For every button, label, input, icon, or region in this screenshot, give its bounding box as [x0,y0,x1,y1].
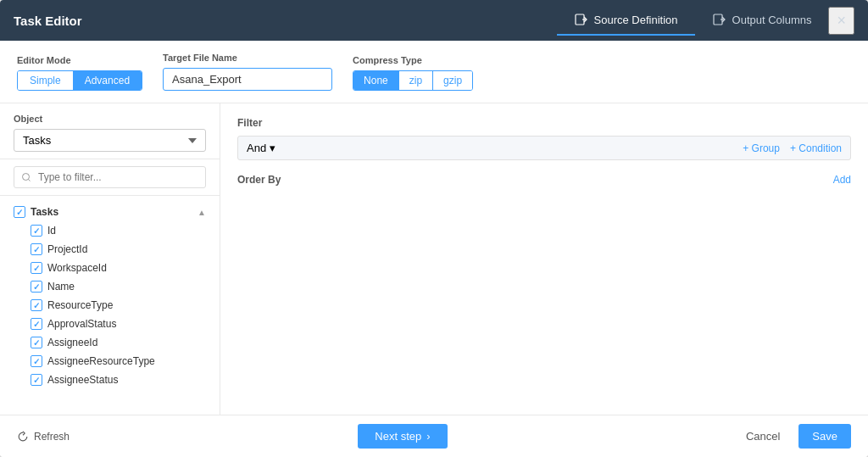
body: Object Tasks Tasks ▲ Id [0,103,868,415]
add-order-button[interactable]: Add [833,174,851,186]
field-item-assigneeid[interactable]: AssigneeId [0,333,220,352]
projectid-checkbox[interactable] [31,243,42,255]
mode-buttons: Simple Advanced [17,70,142,91]
filter-actions: + Group + Condition [743,142,842,154]
refresh-label: Refresh [34,431,70,443]
assigneestatus-checkbox[interactable] [31,374,42,386]
order-header: Order By Add [237,174,851,186]
compress-type-label: Compress Type [353,55,473,65]
tasks-label: Tasks [31,206,58,218]
source-definition-icon [574,12,589,27]
compress-buttons: None zip gzip [353,70,473,91]
assigneestatus-label: AssigneeStatus [47,374,118,386]
filter-label: Filter [237,117,851,129]
refresh-icon [17,431,29,443]
add-group-button[interactable]: + Group [743,142,780,154]
tab-source-definition[interactable]: Source Definition [557,5,695,36]
field-item-resourcetype[interactable]: ResourceType [0,296,220,315]
simple-mode-button[interactable]: Simple [18,71,73,90]
approvalstatus-checkbox[interactable] [31,318,42,330]
field-item-assigneeresourcetype[interactable]: AssigneeResourceType [0,352,220,371]
footer-center: Next step › [70,424,736,449]
field-item-assigneestatus[interactable]: AssigneeStatus [0,371,220,389]
target-file-input[interactable] [163,68,332,91]
object-label: Object [14,114,206,124]
tab-output-columns[interactable]: Output Columns [695,5,829,36]
compress-zip-button[interactable]: zip [399,71,433,90]
field-search-input[interactable] [14,166,206,188]
field-item-projectid[interactable]: ProjectId [0,240,220,259]
filter-row: And ▾ + Group + Condition [237,136,851,160]
field-item-name[interactable]: Name [0,277,220,296]
workspaceid-label: WorkspaceId [47,262,107,274]
editor-mode-label: Editor Mode [17,55,142,65]
output-columns-icon [712,12,727,27]
order-by-label: Order By [237,174,281,186]
tab-output-label: Output Columns [732,14,812,26]
field-item-workspaceid[interactable]: WorkspaceId [0,259,220,277]
next-step-label: Next step [375,430,421,443]
filter-operator-value: And [247,142,266,154]
tab-source-label: Source Definition [594,14,678,26]
editor-mode-group: Editor Mode Simple Advanced [17,55,142,91]
save-button[interactable]: Save [798,424,851,449]
tasks-checkbox[interactable] [14,206,25,218]
id-checkbox[interactable] [31,225,42,237]
id-label: Id [47,225,56,237]
cancel-button[interactable]: Cancel [736,424,790,449]
field-item-approvalstatus[interactable]: ApprovalStatus [0,315,220,333]
field-item-tasks[interactable]: Tasks ▲ [0,203,220,221]
footer: Refresh Next step › Cancel Save [0,415,868,457]
object-section: Object Tasks [0,103,220,159]
next-step-button[interactable]: Next step › [358,424,447,449]
filter-section: Filter And ▾ + Group + Condition [237,117,851,160]
target-file-label: Target File Name [163,53,332,63]
name-checkbox[interactable] [31,281,42,293]
tasks-expand-icon: ▲ [198,208,206,217]
resourcetype-checkbox[interactable] [31,299,42,311]
target-file-group: Target File Name [163,53,332,91]
compress-gzip-button[interactable]: gzip [433,71,472,90]
assigneeid-checkbox[interactable] [31,337,42,348]
assigneeresourcetype-label: AssigneeResourceType [47,355,155,367]
left-panel: Object Tasks Tasks ▲ Id [0,103,220,415]
field-item-id[interactable]: Id [0,221,220,240]
assigneeresourcetype-checkbox[interactable] [31,355,42,367]
right-panel: Filter And ▾ + Group + Condition Order B… [220,103,868,415]
assigneeid-label: AssigneeId [47,337,97,348]
projectid-label: ProjectId [47,243,87,255]
search-box [0,159,220,196]
compress-none-button[interactable]: None [353,71,399,90]
next-step-icon: › [426,430,430,443]
toolbar: Editor Mode Simple Advanced Target File … [0,41,868,103]
add-condition-button[interactable]: + Condition [790,142,842,154]
filter-operator-dropdown[interactable]: And ▾ [247,142,275,154]
modal-header: Task Editor Source Definition [0,0,868,41]
object-select[interactable]: Tasks [14,129,206,152]
modal-title: Task Editor [14,14,557,28]
footer-right: Cancel Save [736,424,851,449]
refresh-button[interactable]: Refresh [17,431,70,443]
field-list: Tasks ▲ Id ProjectId WorkspaceId N [0,196,220,415]
filter-operator-chevron: ▾ [270,142,275,154]
header-tabs: Source Definition Output Columns [557,5,829,36]
order-section: Order By Add [237,174,851,192]
close-button[interactable]: × [828,7,854,35]
compress-type-group: Compress Type None zip gzip [353,55,473,91]
approvalstatus-label: ApprovalStatus [47,318,116,330]
advanced-mode-button[interactable]: Advanced [73,71,142,90]
name-label: Name [47,281,75,293]
task-editor-modal: Task Editor Source Definition [0,0,868,457]
workspaceid-checkbox[interactable] [31,262,42,274]
resourcetype-label: ResourceType [47,299,113,311]
